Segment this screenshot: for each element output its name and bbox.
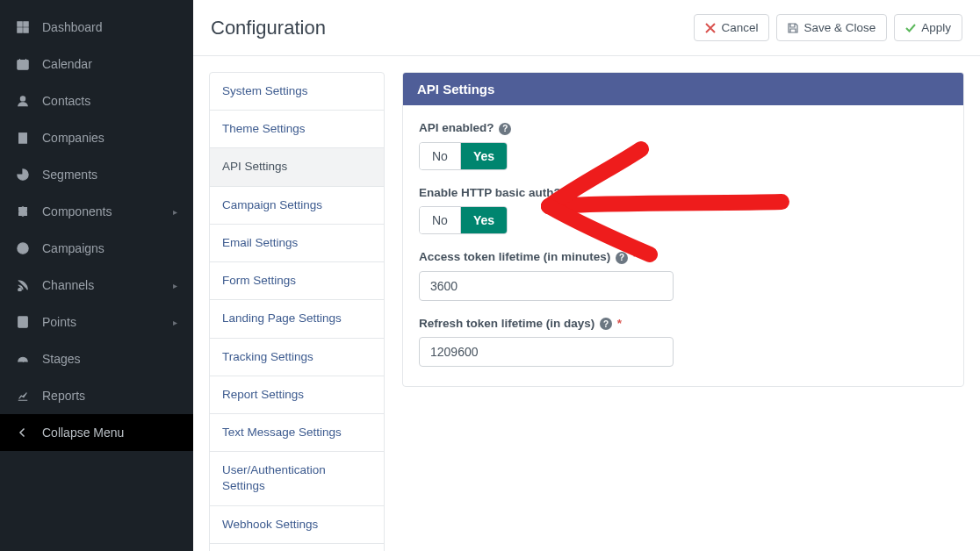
tab-email-settings[interactable]: Email Settings bbox=[210, 225, 384, 262]
access-token-input[interactable] bbox=[419, 271, 674, 301]
sidebar-item-label: Components bbox=[42, 204, 173, 218]
api-enabled-yes[interactable]: Yes bbox=[460, 143, 507, 169]
puzzle-icon bbox=[16, 204, 30, 218]
api-enabled-toggle[interactable]: No Yes bbox=[419, 142, 508, 170]
svg-rect-6 bbox=[19, 133, 27, 143]
sidebar-item-contacts[interactable]: Contacts bbox=[0, 82, 193, 119]
pie-icon bbox=[16, 168, 30, 182]
sidebar-item-companies[interactable]: Companies bbox=[0, 119, 193, 156]
user-icon bbox=[16, 94, 30, 108]
sidebar-item-segments[interactable]: Segments bbox=[0, 156, 193, 193]
tab-system-settings[interactable]: System Settings bbox=[210, 73, 384, 111]
http-basic-toggle[interactable]: No Yes bbox=[419, 206, 508, 234]
calc-icon bbox=[16, 315, 30, 329]
chevron-right-icon: ▸ bbox=[173, 281, 177, 290]
tab-tracking-settings[interactable]: Tracking Settings bbox=[210, 339, 384, 376]
tab-social-settings[interactable]: Social Settings bbox=[210, 544, 384, 551]
sidebar-item-components[interactable]: Components▸ bbox=[0, 193, 193, 230]
sidebar-item-label: Points bbox=[42, 315, 173, 329]
sidebar-item-points[interactable]: Points▸ bbox=[0, 304, 193, 340]
svg-point-5 bbox=[20, 97, 25, 101]
api-enabled-no[interactable]: No bbox=[420, 143, 460, 169]
close-icon bbox=[705, 23, 716, 33]
tab-theme-settings[interactable]: Theme Settings bbox=[210, 111, 384, 148]
chevron-right-icon: ▸ bbox=[173, 318, 177, 327]
svg-rect-4 bbox=[18, 61, 28, 70]
sidebar-item-label: Stages bbox=[42, 352, 177, 366]
chevron-left-icon bbox=[16, 426, 30, 440]
sidebar-item-label: Reports bbox=[42, 389, 177, 403]
required-indicator: * bbox=[617, 317, 622, 330]
sidebar-item-label: Calendar bbox=[42, 57, 177, 71]
sidebar-item-channels[interactable]: Channels▸ bbox=[0, 267, 193, 304]
tab-campaign-settings[interactable]: Campaign Settings bbox=[210, 187, 384, 225]
clock-icon bbox=[16, 241, 30, 255]
tab-api-settings[interactable]: API Settings bbox=[210, 148, 384, 186]
required-indicator: * bbox=[633, 250, 638, 263]
tab-text-message-settings[interactable]: Text Message Settings bbox=[210, 414, 384, 452]
apply-button[interactable]: Apply bbox=[894, 14, 962, 41]
sidebar: DashboardCalendarContactsCompaniesSegmen… bbox=[0, 0, 193, 551]
svg-rect-0 bbox=[18, 22, 22, 26]
apply-button-label: Apply bbox=[921, 21, 951, 34]
tab-user-authentication-settings[interactable]: User/Authentication Settings bbox=[210, 452, 384, 505]
settings-tabs: System SettingsTheme SettingsAPI Setting… bbox=[209, 72, 385, 551]
tab-report-settings[interactable]: Report Settings bbox=[210, 376, 384, 414]
help-icon[interactable]: ? bbox=[600, 318, 612, 330]
sidebar-item-reports[interactable]: Reports bbox=[0, 377, 193, 414]
building-icon bbox=[16, 131, 30, 145]
sidebar-item-label: Dashboard bbox=[42, 20, 177, 34]
sidebar-item-label: Campaigns bbox=[42, 241, 177, 255]
collapse-menu[interactable]: Collapse Menu bbox=[0, 414, 193, 451]
api-enabled-label: API enabled? ? bbox=[419, 121, 948, 135]
calendar-icon bbox=[16, 57, 30, 71]
save-close-button-label: Save & Close bbox=[803, 21, 876, 34]
refresh-token-label: Refresh token lifetime (in days) ? * bbox=[419, 317, 948, 331]
tab-webhook-settings[interactable]: Webhook Settings bbox=[210, 506, 384, 544]
sidebar-item-label: Companies bbox=[42, 131, 177, 145]
chart-icon bbox=[16, 389, 30, 403]
http-basic-yes[interactable]: Yes bbox=[460, 207, 507, 233]
api-settings-panel: API Settings API enabled? ? No Yes bbox=[402, 72, 964, 387]
sidebar-item-dashboard[interactable]: Dashboard bbox=[0, 9, 193, 46]
http-basic-label: Enable HTTP basic auth? ? bbox=[419, 186, 948, 200]
collapse-menu-label: Collapse Menu bbox=[42, 426, 177, 440]
tab-form-settings[interactable]: Form Settings bbox=[210, 262, 384, 300]
gauge-icon bbox=[16, 352, 30, 366]
sidebar-item-label: Segments bbox=[42, 168, 177, 182]
sidebar-item-calendar[interactable]: Calendar bbox=[0, 46, 193, 82]
sidebar-item-label: Channels bbox=[42, 278, 173, 292]
page-title: Configuration bbox=[211, 17, 694, 39]
topbar: Configuration Cancel Save & Close bbox=[193, 0, 980, 56]
rss-icon bbox=[16, 278, 30, 292]
help-icon[interactable]: ? bbox=[499, 123, 511, 135]
refresh-token-input[interactable] bbox=[419, 337, 674, 367]
cancel-button-label: Cancel bbox=[721, 21, 758, 34]
check-icon bbox=[905, 23, 916, 33]
sidebar-item-stages[interactable]: Stages bbox=[0, 340, 193, 377]
help-icon[interactable]: ? bbox=[566, 187, 579, 199]
svg-rect-8 bbox=[18, 317, 28, 327]
save-close-button[interactable]: Save & Close bbox=[776, 14, 887, 41]
panel-title: API Settings bbox=[403, 73, 963, 105]
http-basic-no[interactable]: No bbox=[420, 207, 460, 233]
sidebar-item-campaigns[interactable]: Campaigns bbox=[0, 230, 193, 267]
cancel-button[interactable]: Cancel bbox=[694, 14, 769, 41]
sidebar-item-label: Contacts bbox=[42, 94, 177, 108]
svg-rect-3 bbox=[24, 28, 28, 32]
grid-icon bbox=[16, 20, 30, 34]
svg-rect-2 bbox=[18, 28, 22, 32]
tab-landing-page-settings[interactable]: Landing Page Settings bbox=[210, 300, 384, 338]
save-icon bbox=[788, 23, 798, 33]
help-icon[interactable]: ? bbox=[616, 252, 628, 264]
svg-rect-1 bbox=[24, 22, 28, 26]
access-token-label: Access token lifetime (in minutes) ? * bbox=[419, 250, 948, 264]
chevron-right-icon: ▸ bbox=[173, 207, 177, 217]
